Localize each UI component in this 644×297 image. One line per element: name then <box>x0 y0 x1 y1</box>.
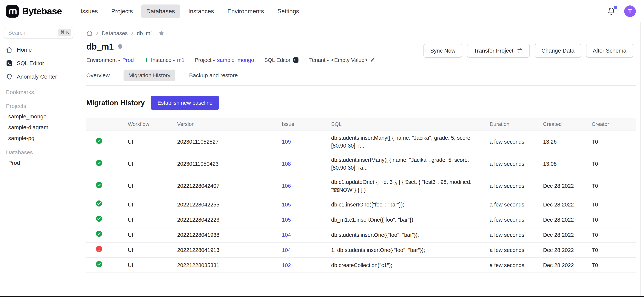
page-actions: Sync NowTransfer ProjectChange DataAlter… <box>424 44 633 58</box>
workflow-cell: UI <box>123 242 173 257</box>
instance-label: Instance - <box>151 57 175 63</box>
tab-overview[interactable]: Overview <box>82 70 114 81</box>
sidebar-item-sample-pg[interactable]: sample-pg <box>0 133 77 144</box>
creator-cell: T0 <box>587 242 636 257</box>
instance-link[interactable]: m1 <box>177 57 184 63</box>
success-check-icon <box>96 137 102 144</box>
issue-link[interactable]: 102 <box>282 262 291 268</box>
workflow-cell: UI <box>123 197 173 212</box>
transfer-icon <box>517 48 523 54</box>
table-row[interactable]: UI20221228042255105db.c1.insertOne({"foo… <box>86 197 636 212</box>
created-cell: 13:26 <box>538 131 587 153</box>
nav-item-instances[interactable]: Instances <box>183 5 219 18</box>
sidebar-item-anomaly-center[interactable]: Anomaly Center <box>0 70 77 83</box>
tab-migration-history[interactable]: Migration History <box>124 70 175 81</box>
breadcrumb-current: db_m1 <box>137 30 154 37</box>
sidebar: ⌘ K Home SQL Editor Anomaly Center <box>0 23 77 297</box>
table-row[interactable]: UI20230111052527109db.students.insertMan… <box>86 131 636 153</box>
breadcrumb-home-icon[interactable] <box>86 30 93 37</box>
issue-link[interactable]: 105 <box>282 202 291 208</box>
column-header-created: Created <box>538 118 587 131</box>
table-row[interactable]: UI20221228035331102db.createCollection("… <box>86 257 636 273</box>
environment-link[interactable]: Prod <box>122 57 134 63</box>
page-tabs: OverviewMigration HistoryBackup and rest… <box>86 70 636 86</box>
sidebar-item-sql-editor[interactable]: SQL Editor <box>0 57 77 70</box>
sidebar-section-projects: Projects <box>0 97 77 111</box>
sync-now-button[interactable]: Sync Now <box>424 44 462 58</box>
sql-editor-meta: SQL Editor <box>264 57 299 63</box>
issue-cell: 105 <box>277 212 327 227</box>
establish-baseline-button[interactable]: Establish new baseline <box>151 96 219 110</box>
protected-shield-icon <box>117 43 123 50</box>
app-window: Bytebase IssuesProjectsDatabasesInstance… <box>0 0 644 297</box>
created-cell: Dec 28 2022 <box>538 175 587 197</box>
creator-cell: T0 <box>587 175 636 197</box>
issue-link[interactable]: 108 <box>282 161 291 167</box>
creator-cell: T0 <box>587 227 636 242</box>
sql-cell: db.students.insertMany([ { name: "Jacika… <box>327 131 485 153</box>
instance-meta: Instance - m1 <box>144 57 185 63</box>
topbar-right: T <box>606 6 636 17</box>
issue-cell: 106 <box>277 175 327 197</box>
sidebar-section-bookmarks: Bookmarks <box>0 83 77 97</box>
status-cell <box>86 212 123 227</box>
project-link[interactable]: sample_mongo <box>217 57 254 63</box>
transfer-project-button[interactable]: Transfer Project <box>467 44 530 58</box>
success-check-icon <box>96 261 102 267</box>
nav-item-environments[interactable]: Environments <box>222 5 269 18</box>
issue-link[interactable]: 105 <box>282 217 291 223</box>
table-row[interactable]: UI20230111050423108db.student.insertMany… <box>86 153 636 175</box>
table-row[interactable]: UI202212280419131041. db.students.insert… <box>86 242 636 257</box>
workflow-cell: UI <box>123 153 173 175</box>
bookmark-star-icon[interactable] <box>158 30 165 37</box>
alter-schema-button[interactable]: Alter Schema <box>586 44 633 58</box>
sidebar-item-sample-mongo[interactable]: sample_mongo <box>0 111 77 122</box>
sidebar-item-home[interactable]: Home <box>0 43 77 57</box>
status-cell <box>86 257 123 273</box>
migration-history-title: Migration History <box>86 99 145 107</box>
nav-item-settings[interactable]: Settings <box>272 5 304 18</box>
sidebar-item-prod[interactable]: Prod <box>0 157 77 168</box>
search-shortcut: ⌘ K <box>58 29 72 36</box>
breadcrumb-separator: › <box>96 30 98 37</box>
creator-cell: T0 <box>587 212 636 227</box>
sql-cell: db.student.insertMany([ { name: "Jacika"… <box>327 153 485 175</box>
success-check-icon <box>96 200 102 207</box>
duration-cell: a few seconds <box>485 257 538 273</box>
breadcrumb-databases[interactable]: Databases <box>102 30 128 37</box>
success-check-icon <box>96 182 102 188</box>
table-header-row: WorkflowVersionIssueSQLDurationCreatedCr… <box>86 118 636 131</box>
status-cell <box>86 175 123 197</box>
issue-link[interactable]: 109 <box>282 139 291 145</box>
tab-backup-and-restore[interactable]: Backup and restore <box>184 70 242 81</box>
sidebar-sections: BookmarksProjectssample_mongosample-diag… <box>0 83 77 168</box>
table-row[interactable]: UI20221228042223105db_m1.c1.insertOne({"… <box>86 212 636 227</box>
table-row[interactable]: UI20221228042407106db.c1.updateOne( { _i… <box>86 175 636 197</box>
project-label: Project - <box>194 57 215 63</box>
sidebar-item-sample-diagram[interactable]: sample-diagram <box>0 122 77 133</box>
nav-item-databases[interactable]: Databases <box>141 5 180 18</box>
main-content: › Databases › db_m1 db_m1 Environment - … <box>77 23 644 297</box>
table-row[interactable]: UI20221228041938104db.students.insertOne… <box>86 227 636 242</box>
top-header: Bytebase IssuesProjectsDatabasesInstance… <box>0 0 644 23</box>
error-exclamation-icon <box>96 245 102 252</box>
issue-link[interactable]: 104 <box>282 247 291 253</box>
notifications-button[interactable] <box>606 6 617 17</box>
nav-item-issues[interactable]: Issues <box>75 5 103 18</box>
issue-link[interactable]: 106 <box>282 183 291 189</box>
success-check-icon <box>96 160 102 166</box>
scrollbar[interactable] <box>640 23 644 297</box>
creator-cell: T0 <box>587 257 636 273</box>
open-sql-editor-icon[interactable] <box>293 57 299 63</box>
column-header-status <box>86 118 123 131</box>
bytebase-logo[interactable]: Bytebase <box>6 5 62 18</box>
button-label: Change Data <box>542 48 574 54</box>
column-header-workflow: Workflow <box>123 118 173 131</box>
workflow-cell: UI <box>123 227 173 242</box>
sidebar-item-label: Anomaly Center <box>17 74 57 80</box>
change-data-button[interactable]: Change Data <box>535 44 581 58</box>
issue-link[interactable]: 104 <box>282 232 291 238</box>
edit-tenant-pencil-icon[interactable] <box>370 57 376 63</box>
nav-item-projects[interactable]: Projects <box>106 5 138 18</box>
avatar[interactable]: T <box>624 6 636 17</box>
